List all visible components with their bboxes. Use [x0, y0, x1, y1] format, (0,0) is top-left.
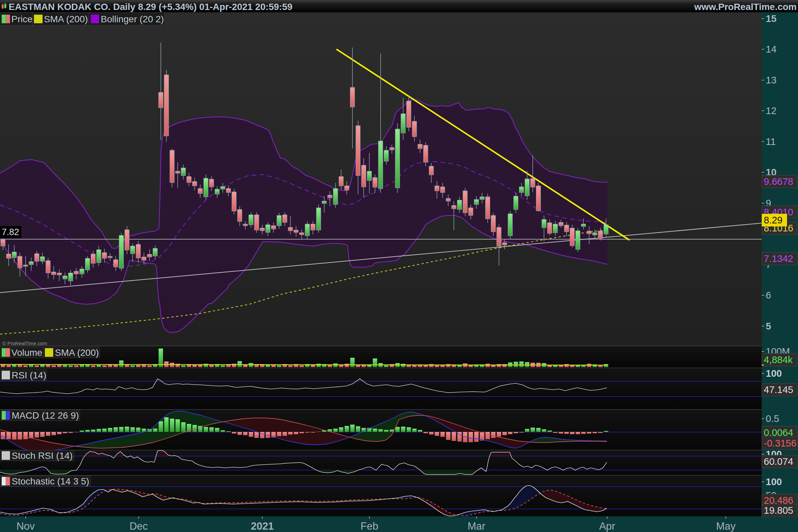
svg-text:11: 11: [766, 136, 776, 147]
svg-text:SMA (200): SMA (200): [55, 347, 99, 358]
svg-text:7.82: 7.82: [2, 227, 19, 237]
svg-text:4,884k: 4,884k: [764, 355, 793, 365]
svg-text:0.0064: 0.0064: [764, 427, 793, 438]
svg-text:-0.3156: -0.3156: [764, 438, 796, 449]
svg-text:Feb: Feb: [360, 520, 378, 532]
svg-text:© ProRealTime.com: © ProRealTime.com: [2, 341, 47, 346]
svg-text:Volume: Volume: [11, 347, 42, 358]
svg-text:60.074: 60.074: [764, 456, 793, 467]
svg-text:7.1342: 7.1342: [764, 253, 793, 264]
svg-text:May: May: [716, 520, 736, 532]
svg-text:13: 13: [766, 75, 776, 86]
svg-text:MACD (12 26 9): MACD (12 26 9): [12, 410, 79, 421]
svg-text:12: 12: [766, 106, 776, 116]
svg-text:Stoch RSI (14): Stoch RSI (14): [12, 451, 73, 461]
svg-text:19.805: 19.805: [764, 505, 793, 516]
svg-text:47.145: 47.145: [764, 384, 793, 395]
svg-text:Nov: Nov: [16, 520, 35, 532]
svg-text:15: 15: [766, 13, 776, 24]
svg-text:EASTMAN KODAK CO. Daily 8.29 (: EASTMAN KODAK CO. Daily 8.29 (+5.34%) 01…: [8, 2, 292, 12]
svg-text:Dec: Dec: [129, 520, 148, 532]
svg-text:14: 14: [766, 44, 776, 55]
svg-text:RSI (14): RSI (14): [12, 370, 46, 380]
svg-text:2021: 2021: [251, 520, 274, 532]
svg-text:Stochastic (14 3 5): Stochastic (14 3 5): [12, 476, 89, 487]
svg-text:0.5: 0.5: [766, 413, 779, 424]
svg-text:9.6678: 9.6678: [764, 176, 793, 187]
svg-text:Price: Price: [11, 14, 33, 24]
svg-text:100: 100: [766, 368, 782, 379]
svg-text:100: 100: [766, 476, 782, 487]
svg-text:www.ProRealTime.com: www.ProRealTime.com: [694, 2, 797, 12]
svg-text:6: 6: [766, 290, 771, 301]
svg-text:SMA (200): SMA (200): [44, 14, 88, 24]
svg-text:Mar: Mar: [468, 520, 485, 532]
svg-text:Apr: Apr: [599, 520, 615, 532]
svg-text:8.29: 8.29: [764, 215, 782, 225]
svg-text:Bollinger (20 2): Bollinger (20 2): [101, 14, 164, 24]
svg-text:5: 5: [766, 321, 771, 331]
